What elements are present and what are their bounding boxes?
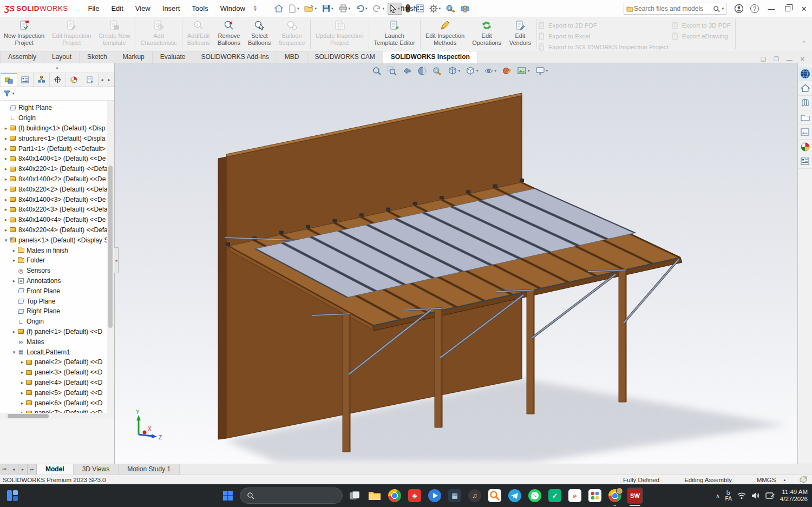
tree-expand-icon[interactable]: ▸ <box>3 197 9 202</box>
tag-icon[interactable] <box>800 476 808 483</box>
model-tab-model[interactable]: Model <box>37 464 74 475</box>
model-nav-next-button[interactable]: ▸ <box>18 464 28 475</box>
tree-item[interactable]: ▸8x40x1400<3> (Default) <<De <box>0 194 107 205</box>
tree-item[interactable]: ▸8x40x1400<1> (Default) <<De <box>0 154 107 164</box>
whatsapp-button[interactable] <box>527 488 543 504</box>
touch-keyboard-icon[interactable] <box>765 492 775 499</box>
tree-expand-icon[interactable]: ▸ <box>11 248 17 253</box>
tree-expand-icon[interactable]: ▸ <box>19 380 25 385</box>
ribbon-collapse-icon[interactable]: ⌃ <box>802 40 807 47</box>
search-files-box[interactable]: ▾ <box>624 3 726 15</box>
tree-item[interactable]: ▸8x40x220<4> (Default) <<Defa <box>0 225 107 235</box>
view-settings-button[interactable]: ▾ <box>533 65 549 77</box>
edit-appearance-button[interactable] <box>500 65 513 77</box>
home-tab-tab[interactable] <box>798 81 812 96</box>
tree-item[interactable]: ▾▦LocalLPattern1 <box>0 347 107 357</box>
doc-tile-icon[interactable]: ❏ <box>761 56 766 63</box>
view-orientation-button[interactable]: ▾ <box>446 65 462 77</box>
inspection-manager-tab[interactable] <box>82 73 99 87</box>
launch-template-editor-button[interactable]: LaunchTemplate Editor <box>370 17 419 51</box>
doc-cascade-icon[interactable]: ❐ <box>774 56 779 63</box>
mount-bracket[interactable] <box>466 190 470 193</box>
tree-item[interactable]: ▸8x40x220<2> (Default) <<Defa <box>0 184 107 194</box>
tree-expand-icon[interactable]: ▸ <box>19 370 25 375</box>
previous-view-button[interactable] <box>400 65 413 77</box>
filter-caret-icon[interactable]: ▾ <box>12 91 15 96</box>
help-icon[interactable]: ? <box>750 4 759 13</box>
save-button[interactable]: ▾ <box>320 3 336 14</box>
tree-expand-icon[interactable]: ▸ <box>3 156 9 161</box>
measure-tool-button[interactable] <box>430 65 443 77</box>
telegram-button[interactable] <box>507 488 523 504</box>
chrome-profile-button[interactable] <box>607 488 623 504</box>
custom-properties-tab[interactable] <box>798 154 812 169</box>
tree-item[interactable]: ∞Mates <box>0 337 107 347</box>
tree-item[interactable]: ∟Origin <box>0 317 107 327</box>
menu-item-window[interactable]: Window <box>214 2 251 15</box>
tree-expand-icon[interactable]: ▸ <box>3 217 9 222</box>
tab-markup[interactable]: Markup <box>115 51 153 63</box>
zoom-fit-button[interactable] <box>370 65 383 77</box>
menu-item-tools[interactable]: Tools <box>186 2 214 15</box>
tree-item[interactable]: ▸panel<5> (Default) <<D <box>0 387 107 398</box>
featuremanager-tree-tab[interactable] <box>1 73 17 87</box>
mount-bracket[interactable] <box>359 213 364 216</box>
mount-bracket[interactable] <box>279 231 284 234</box>
tree-item[interactable]: ◎Sensors <box>0 266 107 276</box>
tree-expand-icon[interactable]: ▸ <box>19 400 25 406</box>
open-button[interactable]: ▾ <box>302 3 319 14</box>
tree-expand-icon[interactable]: ▸ <box>3 166 9 172</box>
tree-expand-icon[interactable]: ▸ <box>3 187 9 192</box>
edit-inspection-methods-button[interactable]: Edit InspectionMethods <box>422 17 468 51</box>
tree-item[interactable]: ▸Folder <box>0 255 107 266</box>
redo-button[interactable]: ▾ <box>371 3 387 14</box>
mount-bracket[interactable] <box>306 225 310 228</box>
mount-bracket[interactable] <box>520 179 524 182</box>
tree-item[interactable]: ▸(f) building<1> (Default) <Disp <box>0 123 107 134</box>
print-caret-icon[interactable]: ▾ <box>349 6 351 11</box>
doc-close-button[interactable]: ✕ <box>800 56 805 63</box>
fm-scroll-left-icon[interactable]: ◂ <box>99 73 106 87</box>
displaymanager-tab[interactable] <box>66 73 82 87</box>
mount-bracket[interactable] <box>440 196 444 199</box>
mount-bracket[interactable] <box>386 208 390 211</box>
tab-evaluate[interactable]: Evaluate <box>153 51 194 63</box>
model-nav-last-button[interactable]: ⏭ <box>28 464 37 475</box>
tree-item[interactable]: ▸panel<3> (Default) <<D <box>0 367 107 378</box>
account-icon[interactable] <box>732 4 746 14</box>
tree-item[interactable]: ▾panels<1> (Default) <Display S <box>0 235 107 245</box>
zoom-area-button[interactable] <box>385 65 398 77</box>
tab-solidworks-inspection[interactable]: SOLIDWORKS Inspection <box>383 51 478 63</box>
undo-button[interactable]: ▾ <box>353 3 370 14</box>
apply-scene-caret-icon[interactable]: ▾ <box>528 69 530 73</box>
tree-expand-icon[interactable]: ▸ <box>3 227 9 233</box>
menu-item-edit[interactable]: Edit <box>105 2 129 15</box>
tree-item[interactable]: ▸8x40x220<3> (Default) <<Defa <box>0 205 107 215</box>
file-explorer-button[interactable] <box>366 488 383 504</box>
mount-bracket[interactable] <box>226 242 230 246</box>
tree-item[interactable]: ▸Mates in finish <box>0 245 107 255</box>
taskbar-clock[interactable]: 11:49 AM 4/27/2026 <box>780 489 808 503</box>
tree-item[interactable]: ▸Part1<1> (Default) <<Default> <box>0 143 107 154</box>
edit-operations-button[interactable]: EditOperations <box>468 17 505 51</box>
minimize-button[interactable]: — <box>763 0 780 17</box>
propertymanager-tab[interactable] <box>17 73 34 87</box>
tree-vertical-scrollbar[interactable] <box>107 101 114 418</box>
tab-solidworks-add-ins[interactable]: SOLIDWORKS Add-Ins <box>193 51 277 63</box>
hide-show-items-button[interactable]: ▾ <box>482 65 498 77</box>
mount-bracket[interactable] <box>332 219 337 222</box>
tree-item[interactable]: ▸8x40x1400<4> (Default) <<De <box>0 215 107 225</box>
shield-app-button[interactable]: ✓ <box>547 488 563 504</box>
widgets-icon[interactable] <box>5 489 19 503</box>
panel-grip[interactable]: ● <box>0 63 114 73</box>
tree-item[interactable]: ∟Origin <box>0 113 107 123</box>
tree-expand-icon[interactable]: ▸ <box>3 136 9 141</box>
taskbar-search-box[interactable] <box>240 488 343 504</box>
display-style-caret-icon[interactable]: ▾ <box>476 69 479 73</box>
tree-expand-icon[interactable]: ▸ <box>19 390 25 396</box>
view-settings-caret-icon[interactable]: ▾ <box>546 69 548 73</box>
menu-item-insert[interactable]: Insert <box>156 2 186 15</box>
tree-item[interactable]: Right Plane <box>0 103 107 113</box>
measure-button[interactable] <box>444 3 457 14</box>
chrome-button[interactable] <box>387 488 403 504</box>
